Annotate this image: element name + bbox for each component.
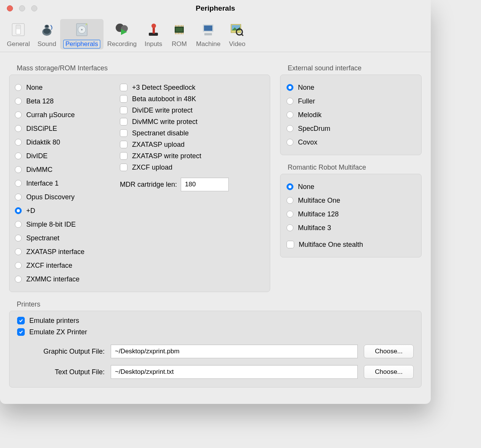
mass-check-spectranet-disable-row[interactable]: Spectranet disable: [120, 127, 264, 139]
svg-rect-17: [176, 28, 183, 32]
sound-radio-none-row[interactable]: None: [287, 82, 415, 93]
sound-radio-melodik[interactable]: [287, 111, 293, 118]
sound-radio-covox[interactable]: [287, 139, 293, 146]
mass-radio-divide-row[interactable]: DivIDE: [15, 150, 111, 162]
radio-label: Multiface 128: [298, 210, 339, 218]
mass-radio-zxmmc-interface[interactable]: [15, 276, 22, 283]
mass-radio-divmmc[interactable]: [15, 166, 22, 173]
radio-label: Didaktik 80: [26, 138, 60, 146]
tab-rom[interactable]: ROM: [166, 19, 192, 49]
mass-radio-zxatasp-interface[interactable]: [15, 248, 22, 255]
sound-radio-melodik-row[interactable]: Melodik: [287, 109, 415, 121]
mass-check-divide-write-protect[interactable]: [120, 106, 127, 114]
mass-radio-didaktik-80[interactable]: [15, 139, 22, 146]
mass-radio-interface-1-row[interactable]: Interface 1: [15, 178, 111, 189]
mass-radio-simple-8-bit-ide[interactable]: [15, 221, 22, 228]
sound-radio-fuller-row[interactable]: Fuller: [287, 95, 415, 107]
mass-check-zxcf-upload[interactable]: [120, 164, 127, 171]
external-sound-group: External sound interface NoneFullerMelod…: [280, 64, 422, 155]
multiface-radio-multiface-128-row[interactable]: Multiface 128: [287, 208, 415, 220]
graphic-output-input[interactable]: [111, 345, 358, 358]
mass-radio-divide[interactable]: [15, 153, 22, 159]
mass-radio-spectranet-row[interactable]: Spectranet: [15, 232, 111, 244]
sound-radio-specdrum[interactable]: [287, 125, 293, 132]
radio-label: DISCiPLE: [26, 125, 57, 133]
display-icon: [199, 21, 217, 39]
mass-check-zxatasp-upload-row[interactable]: ZXATASP upload: [120, 139, 264, 150]
radio-label: Multiface One: [298, 197, 340, 205]
mass-radio-simple-8-bit-ide-row[interactable]: Simple 8-bit IDE: [15, 219, 111, 230]
tab-label: Peripherals: [65, 40, 98, 48]
mass-check-divide-write-protect-row[interactable]: DivIDE write protect: [120, 105, 264, 116]
tab-video[interactable]: Video: [224, 19, 250, 49]
mass-radio-zxcf-interface-row[interactable]: ZXCF interface: [15, 260, 111, 271]
multiface-radio-multiface-one[interactable]: [287, 197, 293, 204]
group-title: Mass storage/ROM Interfaces: [17, 64, 270, 72]
mass-radio-beta-128-row[interactable]: Beta 128: [15, 95, 111, 107]
mass-radio-currah-source-row[interactable]: Currah µSource: [15, 109, 111, 121]
radio-label: Multiface 3: [298, 224, 331, 232]
mass-radio-beta-128[interactable]: [15, 98, 22, 105]
mass-radio-spectranet[interactable]: [15, 235, 22, 241]
tab-recording[interactable]: Recording: [104, 19, 141, 49]
emulate-printers-checkbox[interactable]: [17, 317, 25, 324]
mass-check-zxatasp-upload[interactable]: [120, 141, 127, 148]
mass-radio-interface-1[interactable]: [15, 180, 22, 187]
text-output-input[interactable]: [111, 365, 358, 379]
mass-check-divmmc-write-protect[interactable]: [120, 118, 127, 126]
mass-check-beta-autoboot-in-48k[interactable]: [120, 95, 127, 103]
text-output-choose-button[interactable]: Choose...: [364, 365, 414, 379]
checkbox-label: ZXATASP upload: [132, 141, 185, 149]
mass-check-3-detect-speedlock[interactable]: [120, 84, 127, 91]
emulate-zx-printer-checkbox[interactable]: [17, 328, 25, 336]
group-title: External sound interface: [288, 64, 422, 72]
mass-storage-options: +3 Detect SpeedlockBeta autoboot in 48KD…: [120, 82, 264, 285]
mass-radio-none[interactable]: [15, 84, 22, 91]
mass-check-beta-autoboot-in-48k-row[interactable]: Beta autoboot in 48K: [120, 93, 264, 105]
mass-radio-d[interactable]: [15, 207, 22, 214]
switch-icon: [9, 21, 27, 39]
mass-radio-opus-discovery-row[interactable]: Opus Discovery: [15, 191, 111, 203]
tab-inputs[interactable]: Inputs: [140, 19, 166, 49]
mass-radio-zxcf-interface[interactable]: [15, 262, 22, 269]
mass-radio-d-row[interactable]: +D: [15, 205, 111, 216]
mass-radio-none-row[interactable]: None: [15, 82, 111, 93]
mass-radio-zxatasp-interface-row[interactable]: ZXATASP interface: [15, 246, 111, 257]
tab-machine[interactable]: Machine: [192, 19, 224, 49]
mdr-cartridge-len-input[interactable]: [181, 178, 229, 191]
text-output-label: Text Output File:: [17, 368, 105, 376]
multiface-radio-multiface-one-row[interactable]: Multiface One: [287, 195, 415, 206]
sound-radio-covox-row[interactable]: Covox: [287, 137, 415, 148]
window-title: Peripherals: [0, 4, 431, 13]
mass-check-3-detect-speedlock-row[interactable]: +3 Detect Speedlock: [120, 82, 264, 93]
tab-label: ROM: [172, 40, 187, 48]
multiface-radio-none-row[interactable]: None: [287, 181, 415, 192]
mass-radio-disciple[interactable]: [15, 125, 22, 132]
sound-radio-none[interactable]: [287, 84, 293, 91]
mass-check-zxcf-upload-row[interactable]: ZXCF upload: [120, 162, 264, 173]
svg-point-15: [151, 24, 156, 28]
mass-radio-zxmmc-interface-row[interactable]: ZXMMC interface: [15, 273, 111, 285]
radio-label: None: [26, 84, 43, 92]
tab-peripherals[interactable]: Peripherals: [60, 19, 104, 49]
mass-check-divmmc-write-protect-row[interactable]: DivMMC write protect: [120, 116, 264, 127]
sound-radio-fuller[interactable]: [287, 98, 293, 105]
tab-general[interactable]: General: [3, 19, 33, 49]
multiface-stealth-checkbox[interactable]: [287, 241, 294, 248]
graphic-output-choose-button[interactable]: Choose...: [364, 345, 414, 358]
tab-label: General: [7, 40, 30, 48]
multiface-radio-multiface-3[interactable]: [287, 224, 293, 231]
mass-radio-disciple-row[interactable]: DISCiPLE: [15, 123, 111, 134]
tab-sound[interactable]: Sound: [33, 19, 60, 49]
multiface-radio-none[interactable]: [287, 183, 293, 190]
mass-radio-currah-source[interactable]: [15, 111, 22, 118]
mass-check-spectranet-disable[interactable]: [120, 129, 127, 137]
mass-radio-divmmc-row[interactable]: DivMMC: [15, 164, 111, 175]
multiface-radio-multiface-128[interactable]: [287, 211, 293, 218]
mass-check-zxatasp-write-protect-row[interactable]: ZXATASP write protect: [120, 150, 264, 162]
sound-radio-specdrum-row[interactable]: SpecDrum: [287, 123, 415, 134]
mass-check-zxatasp-write-protect[interactable]: [120, 152, 127, 160]
multiface-radio-multiface-3-row[interactable]: Multiface 3: [287, 222, 415, 234]
mass-radio-didaktik-80-row[interactable]: Didaktik 80: [15, 137, 111, 148]
mass-radio-opus-discovery[interactable]: [15, 194, 22, 200]
